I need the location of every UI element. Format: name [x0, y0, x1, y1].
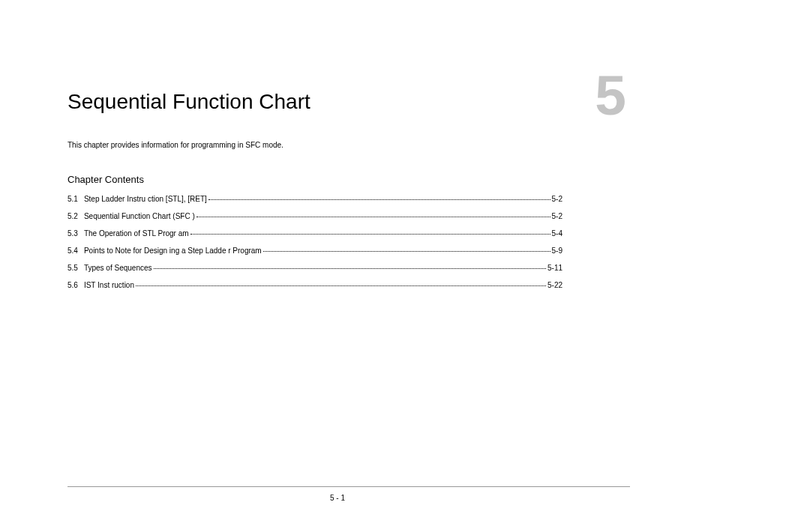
toc-dots [263, 251, 550, 252]
toc-dots [154, 268, 546, 269]
contents-heading: Chapter Contents [68, 174, 144, 185]
toc-dots [208, 199, 550, 200]
toc-entry-number: 5.1 [68, 195, 78, 203]
page-container: 5 Sequential Function Chart This chapter… [0, 0, 810, 532]
toc-entry-page: 5-2 [552, 212, 562, 220]
footer-rule [68, 486, 630, 487]
page-number-footer: 5 - 1 [0, 494, 675, 502]
toc-entry: 5.5 Types of Sequences 5-11 [68, 264, 562, 272]
toc-entry-number: 5.3 [68, 229, 78, 238]
toc-entry-title: Points to Note for Design ing a Step Lad… [84, 247, 262, 255]
toc-entry-number: 5.2 [68, 212, 78, 220]
chapter-description: This chapter provides information for pr… [68, 141, 284, 149]
toc-entry-title: Types of Sequences [84, 264, 152, 272]
toc-entry-title: Sequential Function Chart (SFC ) [84, 212, 195, 220]
toc-entry: 5.1 Step Ladder Instru ction [STL], [RET… [68, 195, 562, 203]
toc-dots [196, 217, 550, 217]
header-region: Sequential Function Chart [68, 90, 630, 114]
toc-entry: 5.2 Sequential Function Chart (SFC ) 5-2 [68, 212, 562, 220]
toc-entry-page: 5-22 [548, 281, 562, 289]
toc-list: 5.1 Step Ladder Instru ction [STL], [RET… [68, 195, 562, 298]
toc-entry-page: 5-9 [552, 247, 562, 255]
toc-entry-page: 5-2 [552, 195, 562, 203]
toc-entry-number: 5.5 [68, 264, 78, 272]
toc-entry-title: IST Inst ruction [84, 281, 134, 289]
toc-entry-title: Step Ladder Instru ction [STL], [RET] [84, 195, 207, 203]
toc-entry-title: The Operation of STL Progr am [84, 229, 189, 238]
toc-entry-number: 5.6 [68, 281, 78, 289]
chapter-title: Sequential Function Chart [68, 90, 310, 114]
toc-dots [190, 234, 550, 235]
toc-entry: 5.4 Points to Note for Design ing a Step… [68, 247, 562, 255]
toc-entry-number: 5.4 [68, 247, 78, 255]
toc-entry: 5.3 The Operation of STL Progr am 5-4 [68, 229, 562, 238]
toc-entry-page: 5-11 [548, 264, 562, 272]
toc-dots [136, 285, 546, 286]
toc-entry-page: 5-4 [552, 229, 562, 238]
toc-entry: 5.6 IST Inst ruction 5-22 [68, 281, 562, 289]
